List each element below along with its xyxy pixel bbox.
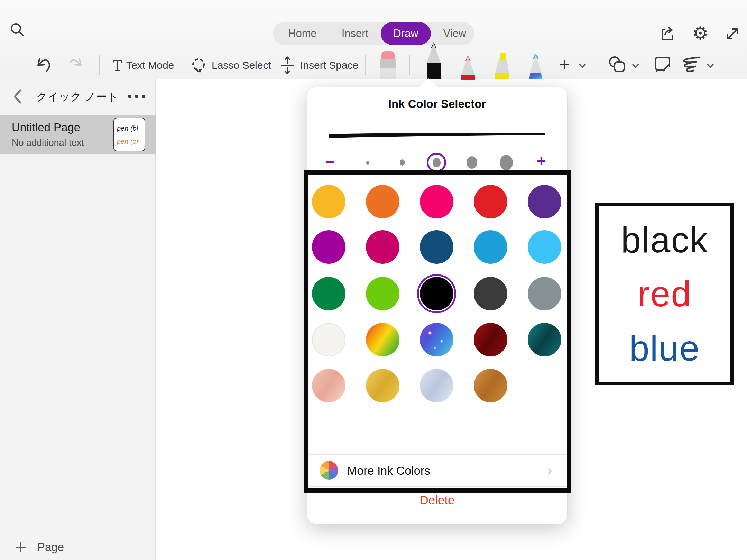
ink-color-light-green[interactable] — [366, 277, 399, 310]
divider — [409, 55, 410, 75]
shapes-icon — [607, 54, 627, 74]
chevron-right-icon: › — [547, 463, 552, 478]
ink-color-silver[interactable] — [420, 369, 453, 402]
ink-color-orange[interactable] — [366, 185, 399, 218]
expand-icon — [724, 26, 741, 42]
ink-color-bronze[interactable] — [474, 369, 507, 402]
ink-color-gray[interactable] — [528, 277, 561, 310]
undo-icon — [35, 56, 53, 74]
color-wheel-icon — [320, 461, 338, 480]
ink-color-green[interactable] — [312, 277, 345, 310]
ellipsis-icon — [128, 95, 145, 98]
redo-icon — [66, 56, 84, 74]
stroke-size-option-2[interactable] — [400, 159, 405, 166]
page-subtitle: No additional text — [12, 138, 84, 148]
decrease-size-button[interactable]: − — [325, 154, 334, 170]
highlighter-icon — [491, 53, 513, 80]
ink-word-black: black — [621, 220, 709, 261]
share-button[interactable] — [658, 24, 679, 44]
insert-space-button[interactable]: Insert Space — [279, 52, 358, 79]
popup-title: Ink Color Selector — [307, 97, 567, 111]
ink-color-purple-magenta[interactable] — [312, 230, 345, 264]
ink-color-raspberry[interactable] — [366, 230, 399, 264]
insert-space-label: Insert Space — [300, 59, 358, 71]
add-page-button[interactable]: Page — [0, 534, 156, 560]
shapes-dropdown[interactable] — [629, 59, 643, 73]
sidebar: クイック ノート Untitled Page No additional tex… — [0, 79, 156, 560]
ink-color-black[interactable] — [420, 277, 453, 310]
share-icon — [660, 25, 677, 43]
ink-color-galaxy[interactable] — [420, 323, 453, 356]
ink-color-selector-popup: Ink Color Selector − + More Ink Colors ›… — [307, 87, 567, 524]
sidebar-header: クイック ノート — [0, 79, 155, 115]
tab-insert[interactable]: Insert — [329, 22, 381, 45]
stroke-preview — [329, 132, 546, 140]
fullscreen-button[interactable] — [722, 24, 743, 44]
ink-annotate-button[interactable] — [652, 53, 674, 75]
gear-icon: ⚙ — [692, 23, 709, 44]
galaxy-pencil-tool[interactable] — [526, 53, 546, 81]
notebook-more-button[interactable] — [124, 91, 149, 102]
ink-color-light-blue[interactable] — [528, 230, 561, 264]
ink-color-violet[interactable] — [528, 185, 561, 218]
plus-icon — [15, 541, 27, 553]
text-mode-button[interactable]: T Text Mode — [113, 52, 174, 79]
chevron-down-icon — [578, 61, 587, 71]
ink-color-dark-blue[interactable] — [420, 230, 453, 264]
more-ink-colors-button[interactable]: More Ink Colors › — [307, 455, 567, 486]
ink-note-icon — [653, 55, 672, 74]
lasso-select-button[interactable]: Lasso Select — [190, 52, 271, 79]
ink-to-shape-dropdown[interactable] — [703, 59, 717, 73]
redo-button[interactable] — [66, 52, 84, 79]
selected-size-ring — [427, 153, 446, 172]
stroke-size-option-4[interactable] — [467, 156, 477, 169]
thumbnail-ink-text: pen (bl — [117, 122, 145, 135]
ink-color-bright-pink[interactable] — [420, 185, 453, 218]
galaxy-pencil-icon — [526, 53, 546, 80]
ink-color-dark-red-marble[interactable] — [474, 323, 507, 356]
ink-color-gold-shimmer[interactable] — [366, 369, 399, 402]
ink-color-teal-marble[interactable] — [528, 323, 561, 356]
page-list-item-selected[interactable]: Untitled Page No additional text pen (bl… — [0, 115, 156, 154]
eraser-tool[interactable] — [376, 50, 400, 80]
stroke-size-option-5[interactable] — [500, 155, 513, 170]
chevron-down-icon — [706, 61, 715, 71]
ink-color-gold[interactable] — [312, 185, 345, 218]
handwriting-box: blackredblue — [595, 203, 734, 385]
shapes-button[interactable] — [606, 53, 628, 75]
ink-word-red: red — [638, 273, 692, 315]
plus-icon: + — [559, 53, 570, 76]
onenote-app: HomeInsertDrawView ⚙ — [0, 0, 747, 560]
ink-color-rose-gold[interactable] — [312, 369, 345, 402]
black-pen-tool[interactable] — [423, 41, 445, 81]
highlighter-tool[interactable] — [491, 53, 513, 82]
red-pen-icon — [458, 55, 478, 80]
thumbnail-ink-text: pen (or — [117, 135, 145, 148]
text-mode-label: Text Mode — [126, 59, 174, 71]
eraser-icon — [376, 50, 400, 79]
divider — [99, 55, 100, 75]
ink-color-dark-gray[interactable] — [474, 277, 507, 310]
stroke-size-option-1[interactable] — [366, 161, 369, 165]
add-pen-dropdown[interactable] — [575, 59, 589, 73]
insert-space-icon — [279, 56, 296, 75]
search-icon — [9, 22, 25, 38]
tab-home[interactable]: Home — [276, 22, 329, 45]
ink-color-blue[interactable] — [474, 230, 507, 264]
divider — [365, 55, 366, 75]
ink-color-white[interactable] — [312, 323, 345, 356]
increase-size-button[interactable]: + — [537, 153, 546, 169]
ink-to-shape-button[interactable] — [679, 53, 703, 75]
add-pen-button[interactable]: + — [555, 55, 574, 74]
delete-pen-button[interactable]: Delete — [307, 493, 567, 507]
search-button[interactable] — [7, 19, 28, 40]
settings-button[interactable]: ⚙ — [690, 23, 711, 44]
more-ink-colors-label: More Ink Colors — [347, 464, 547, 477]
undo-button[interactable] — [35, 52, 53, 79]
red-pen-tool[interactable] — [458, 55, 478, 82]
divider — [307, 486, 567, 487]
divider — [307, 151, 567, 151]
ink-color-red[interactable] — [474, 185, 507, 218]
lasso-label: Lasso Select — [212, 59, 271, 71]
ink-color-rainbow-glitter[interactable] — [366, 323, 399, 356]
